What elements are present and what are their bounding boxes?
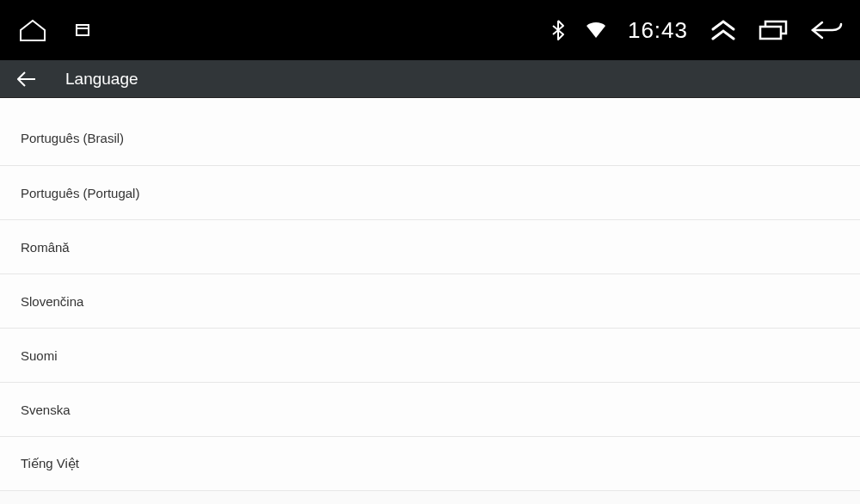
language-item[interactable]: Suomi <box>0 329 860 383</box>
collapse-up-icon[interactable] <box>710 20 736 40</box>
status-bar: 16:43 <box>0 0 860 60</box>
window-icon[interactable] <box>76 24 89 36</box>
back-arrow-icon[interactable] <box>17 71 36 87</box>
wifi-icon <box>587 22 605 38</box>
status-bar-left <box>17 18 89 42</box>
svg-rect-0 <box>77 25 89 35</box>
status-time: 16:43 <box>628 17 688 44</box>
language-item[interactable]: Português (Portugal) <box>0 166 860 220</box>
language-label: Tiếng Việt <box>21 456 79 471</box>
language-item[interactable]: Português (Brasil) <box>0 98 860 166</box>
language-item[interactable]: Svenska <box>0 383 860 437</box>
language-item[interactable]: Tiếng Việt <box>0 437 860 491</box>
svg-rect-2 <box>760 27 781 39</box>
recent-apps-icon[interactable] <box>759 20 788 40</box>
language-list: Português (Brasil) Português (Portugal) … <box>0 98 860 491</box>
page-title: Language <box>65 70 138 89</box>
language-label: Português (Portugal) <box>21 186 139 200</box>
status-bar-right: 16:43 <box>552 17 843 44</box>
language-label: Suomi <box>21 348 58 363</box>
language-item[interactable]: Slovenčina <box>0 274 860 329</box>
language-label: Português (Brasil) <box>21 131 124 145</box>
language-label: Română <box>21 240 70 255</box>
back-icon[interactable] <box>810 20 843 40</box>
language-label: Slovenčina <box>21 294 83 309</box>
language-label: Svenska <box>21 403 71 417</box>
home-outline-icon[interactable] <box>17 18 48 42</box>
bluetooth-icon <box>552 20 564 40</box>
language-item[interactable]: Română <box>0 220 860 274</box>
page-header: Language <box>0 60 860 98</box>
